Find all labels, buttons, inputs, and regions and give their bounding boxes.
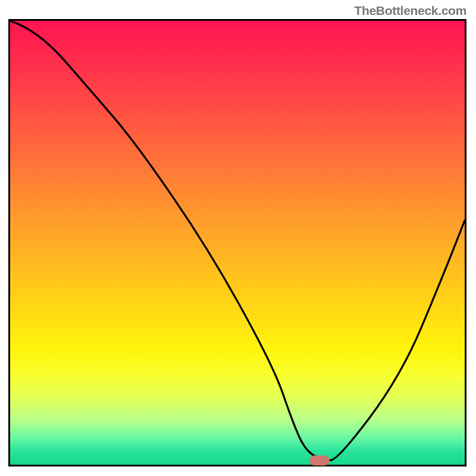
chart-plot-area xyxy=(8,19,466,466)
optimal-point-marker xyxy=(309,455,330,465)
bottleneck-curve xyxy=(10,21,465,465)
attribution-text: TheBottleneck.com xyxy=(354,4,466,18)
